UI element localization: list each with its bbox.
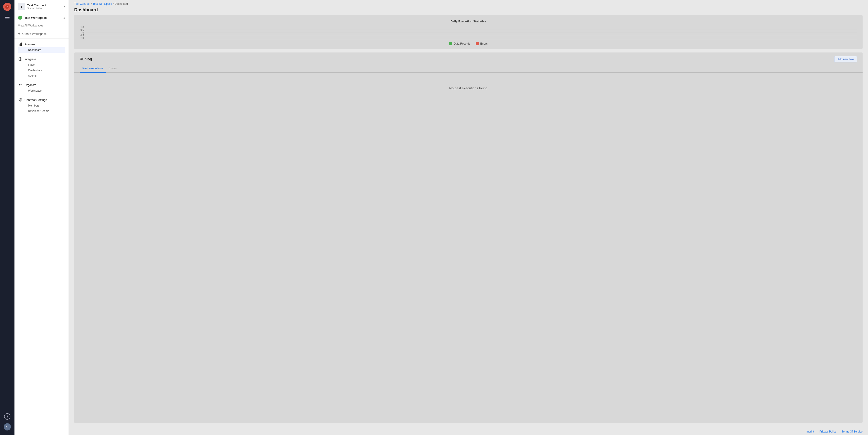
- breadcrumb-sep-2: /: [113, 2, 114, 5]
- legend-label-errors: Errors: [480, 42, 488, 45]
- settings-icon: [18, 97, 23, 102]
- sidebar: T Test Contract Status: Active ▾ Test Wo…: [14, 0, 69, 435]
- avatar[interactable]: AT: [4, 423, 11, 431]
- hamburger-menu-icon[interactable]: [4, 14, 11, 20]
- legend-swatch-errors: [476, 42, 479, 45]
- add-new-flow-button[interactable]: Add new flow: [834, 56, 857, 62]
- chevron-up-icon: ▴: [64, 16, 65, 19]
- sidebar-item-members[interactable]: Members: [18, 103, 65, 108]
- integrate-label: Integrate: [25, 58, 36, 61]
- workspace-header[interactable]: Test Workspace ▴: [14, 13, 68, 22]
- footer: Imprint Privacy Policy Terms Of Service: [69, 428, 868, 435]
- integrate-icon: [18, 57, 23, 61]
- chevron-down-icon: ▾: [64, 5, 65, 8]
- view-all-workspaces-link[interactable]: View All Workspaces: [14, 22, 68, 29]
- footer-terms-of-service[interactable]: Terms Of Service: [842, 430, 863, 433]
- footer-privacy-policy[interactable]: Privacy Policy: [819, 430, 836, 433]
- analyze-label: Analyze: [25, 42, 35, 46]
- organize-section: Organize Workspace: [14, 80, 68, 94]
- breadcrumb-workspace[interactable]: Test Workspace: [93, 2, 112, 5]
- chart-legend: Data Records Errors: [80, 42, 857, 45]
- svg-rect-1: [19, 44, 20, 46]
- y-label-4: -0.5: [80, 34, 84, 37]
- contract-settings-section-header[interactable]: Contract Settings: [18, 97, 65, 103]
- runlog-title: Runlog: [80, 57, 92, 61]
- gridline-5: [86, 39, 857, 39]
- y-label-2: 0.5: [80, 29, 84, 31]
- svg-point-6: [21, 84, 22, 86]
- workspace-status-dot: [18, 15, 22, 20]
- chart-card: Daily Execution Statistics 1.0 0.5 0 -0.…: [74, 15, 863, 49]
- legend-data-records: Data Records: [449, 42, 470, 45]
- contract-settings-section: Contract Settings Members Developer Team…: [14, 94, 68, 115]
- runlog-card: Runlog Add new flow Past executions Erro…: [74, 53, 863, 423]
- integrate-section: Integrate Flows Credentials Agents: [14, 54, 68, 80]
- breadcrumb-contract[interactable]: Test Contract: [74, 2, 90, 5]
- svg-point-9: [20, 99, 21, 100]
- create-workspace-button[interactable]: + Create Workspace: [14, 29, 68, 39]
- breadcrumb-sep-1: /: [91, 2, 92, 5]
- breadcrumb-current: Dashboard: [115, 2, 128, 5]
- runlog-header: Runlog Add new flow: [74, 53, 863, 62]
- sidebar-item-workspace[interactable]: Workspace: [18, 88, 65, 93]
- workspace-name: Test Workspace: [25, 16, 61, 20]
- chart-title: Daily Execution Statistics: [80, 20, 857, 23]
- contract-status: Status: Active: [27, 7, 61, 10]
- analyze-icon: [18, 42, 23, 46]
- legend-swatch-data-records: [449, 42, 452, 45]
- svg-rect-3: [21, 42, 22, 46]
- y-label-5: -1.0: [80, 37, 84, 39]
- plus-icon: +: [18, 31, 21, 36]
- contract-settings-label: Contract Settings: [25, 98, 47, 101]
- contract-header[interactable]: T Test Contract Status: Active ▾: [14, 0, 68, 13]
- app-bar: ? AT: [0, 0, 14, 435]
- chart-plot: [86, 26, 857, 39]
- gridline-4: [86, 36, 857, 36]
- contract-info: Test Contract Status: Active: [27, 4, 61, 10]
- sidebar-item-credentials[interactable]: Credentials: [18, 68, 65, 73]
- page-title: Dashboard: [74, 7, 863, 12]
- breadcrumb: Test Contract / Test Workspace / Dashboa…: [69, 0, 868, 6]
- main-content: Test Contract / Test Workspace / Dashboa…: [69, 0, 868, 435]
- organize-label: Organize: [25, 83, 36, 87]
- runlog-tabs: Past executions Errors: [74, 62, 863, 73]
- organize-section-header[interactable]: Organize: [18, 82, 65, 88]
- runlog-empty-message: No past executions found: [74, 73, 863, 103]
- tab-errors[interactable]: Errors: [106, 65, 119, 73]
- svg-rect-2: [20, 43, 21, 46]
- contract-name: Test Contract: [27, 4, 61, 7]
- tab-past-executions[interactable]: Past executions: [80, 65, 106, 73]
- legend-errors: Errors: [476, 42, 488, 45]
- footer-imprint[interactable]: Imprint: [806, 430, 814, 433]
- legend-label-data-records: Data Records: [454, 42, 470, 45]
- chart-y-axis: 1.0 0.5 0 -0.5 -1.0: [80, 26, 86, 39]
- create-workspace-label: Create Workspace: [22, 32, 46, 35]
- analyze-section: Analyze Dashboard: [14, 39, 68, 54]
- sidebar-item-flows[interactable]: Flows: [18, 62, 65, 68]
- content-area: Daily Execution Statistics 1.0 0.5 0 -0.…: [69, 15, 868, 428]
- sidebar-item-agents[interactable]: Agents: [18, 73, 65, 79]
- sidebar-item-developer-teams[interactable]: Developer Teams: [18, 108, 65, 114]
- integrate-section-header[interactable]: Integrate: [18, 56, 65, 62]
- help-icon[interactable]: ?: [4, 413, 10, 420]
- y-label-3: 0: [80, 31, 84, 34]
- contract-icon: T: [18, 3, 25, 10]
- y-label-1: 1.0: [80, 26, 84, 29]
- sidebar-item-dashboard[interactable]: Dashboard: [18, 47, 65, 53]
- analyze-section-header[interactable]: Analyze: [18, 41, 65, 47]
- svg-point-0: [5, 5, 9, 9]
- app-logo[interactable]: [3, 3, 11, 11]
- page-title-bar: Dashboard: [69, 6, 868, 15]
- organize-icon: [18, 83, 23, 87]
